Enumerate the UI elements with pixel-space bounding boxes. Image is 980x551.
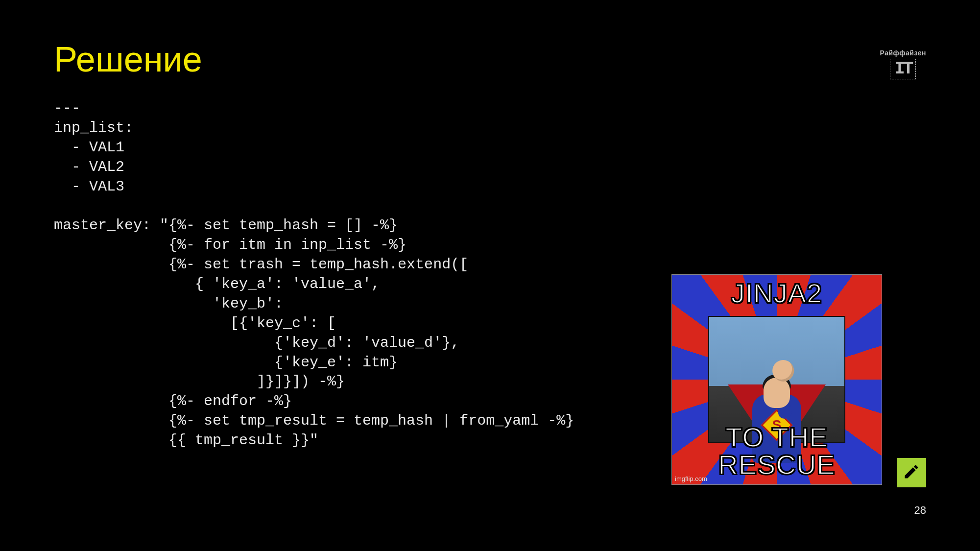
brand-name: Райффайзен: [880, 49, 926, 57]
slide: Решение Райффайзен IT --- inp_list: - VA…: [0, 0, 980, 551]
edit-badge: [897, 458, 926, 487]
page-number: 28: [914, 504, 926, 517]
meme-image: JINJA2 TO THE RESCUE imgflip.com: [671, 274, 882, 485]
brand-sub: IT: [890, 59, 916, 79]
brand-logo: Райффайзен IT: [880, 49, 926, 79]
meme-caption-top: JINJA2: [672, 280, 882, 307]
slide-title: Решение: [54, 39, 926, 79]
meme-caption-bottom: TO THE RESCUE: [672, 424, 882, 479]
pencil-icon: [903, 463, 920, 482]
meme-credit: imgflip.com: [675, 475, 707, 482]
